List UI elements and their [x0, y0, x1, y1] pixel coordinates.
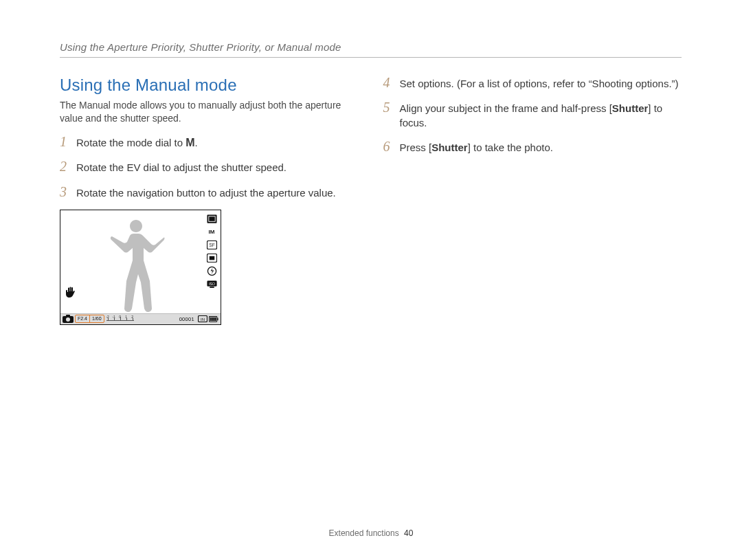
quality-sf-icon: SF — [207, 240, 217, 249]
step-number: 1 — [60, 135, 76, 148]
exposure-readout: F2.4 1/60 — [75, 315, 104, 323]
section-intro: The Manual mode allows you to manually a… — [60, 99, 359, 125]
svg-text:ISO: ISO — [209, 281, 215, 285]
step-item: 4 Set options. (For a list of options, r… — [383, 76, 682, 91]
step-number: 5 — [383, 100, 400, 114]
lcd-right-icon-column: IM SF ISO — [205, 214, 218, 289]
step-text: Rotate the EV dial to adjust the shutter… — [76, 161, 286, 175]
step-text-fragment: Press [ — [400, 142, 432, 153]
step-text: Set options. (For a list of options, ref… — [400, 77, 679, 91]
memory-icon: IN — [198, 315, 207, 322]
step-text: Press [Shutter] to take the photo. — [400, 141, 553, 155]
svg-rect-17 — [212, 317, 214, 321]
flash-icon — [207, 267, 217, 276]
section-title: Using the Manual mode — [60, 76, 359, 95]
step-text: Rotate the mode dial to M. — [76, 135, 198, 150]
iso-icon: ISO — [207, 280, 217, 289]
lcd-viewport: IM SF ISO — [60, 210, 221, 313]
manual-page: Using the Aperture Priority, Shutter Pri… — [60, 41, 682, 325]
image-stabilization-icon — [65, 286, 76, 298]
footer-label: Extended functions — [329, 528, 399, 538]
aperture-value: F2.4 — [76, 315, 90, 322]
step-item: 2 Rotate the EV dial to adjust the shutt… — [60, 159, 359, 175]
shutter-keyword: Shutter — [431, 142, 468, 153]
step-text-fragment: Rotate the mode dial to — [76, 137, 186, 148]
mode-m-icon: M — [186, 135, 194, 150]
svg-rect-11 — [66, 315, 70, 317]
step-item: 5 Align your subject in the frame and ha… — [383, 100, 682, 130]
svg-rect-5 — [209, 256, 214, 260]
right-column: 4 Set options. (For a list of options, r… — [383, 76, 682, 325]
shutter-value: 1/60 — [90, 315, 104, 322]
svg-text:IN: IN — [201, 317, 205, 322]
battery-icon — [209, 315, 218, 322]
step-item: 6 Press [Shutter] to take the photo. — [383, 139, 682, 155]
step-text-fragment: Align your subject in the frame and half… — [400, 102, 612, 114]
two-column-layout: Using the Manual mode The Manual mode al… — [60, 76, 682, 325]
metering-icon — [207, 214, 217, 223]
step-text-fragment: . — [195, 137, 198, 148]
ev-scale: -2 -1 0 1 2 — [106, 315, 134, 322]
drive-icon — [207, 254, 217, 262]
shots-remaining: 00001 — [179, 316, 194, 322]
step-number: 3 — [60, 185, 76, 199]
camera-icon — [63, 315, 74, 323]
step-item: 3 Rotate the navigation button to adjust… — [60, 185, 359, 200]
lcd-screen: IM SF ISO — [60, 210, 221, 325]
step-text-fragment: ] to take the photo. — [468, 142, 553, 153]
step-item: 1 Rotate the mode dial to M. — [60, 135, 359, 150]
step-number: 4 — [383, 76, 400, 89]
subject-silhouette-icon — [103, 216, 169, 313]
lcd-preview: IM SF ISO — [60, 210, 221, 325]
step-number: 6 — [383, 139, 400, 153]
svg-text:SF: SF — [209, 243, 214, 247]
svg-rect-9 — [210, 287, 214, 288]
lcd-status-bar: F2.4 1/60 -2 -1 0 1 2 00001 — [60, 313, 221, 324]
step-text: Align your subject in the frame and half… — [400, 102, 682, 130]
svg-rect-19 — [217, 318, 218, 321]
step-number: 2 — [60, 159, 76, 173]
steps-list-right: 4 Set options. (For a list of options, r… — [383, 76, 682, 155]
svg-rect-16 — [210, 317, 212, 321]
svg-point-12 — [66, 317, 70, 322]
page-number: 40 — [404, 528, 413, 538]
steps-list-left: 1 Rotate the mode dial to M. 2 Rotate th… — [60, 135, 359, 200]
size-im-icon: IM — [207, 227, 217, 236]
left-column: Using the Manual mode The Manual mode al… — [60, 76, 359, 325]
svg-rect-18 — [214, 317, 216, 321]
page-footer: Extended functions 40 — [0, 528, 742, 538]
shutter-keyword: Shutter — [612, 102, 649, 114]
breadcrumb: Using the Aperture Priority, Shutter Pri… — [60, 41, 682, 58]
step-text: Rotate the navigation button to adjust t… — [76, 186, 336, 200]
